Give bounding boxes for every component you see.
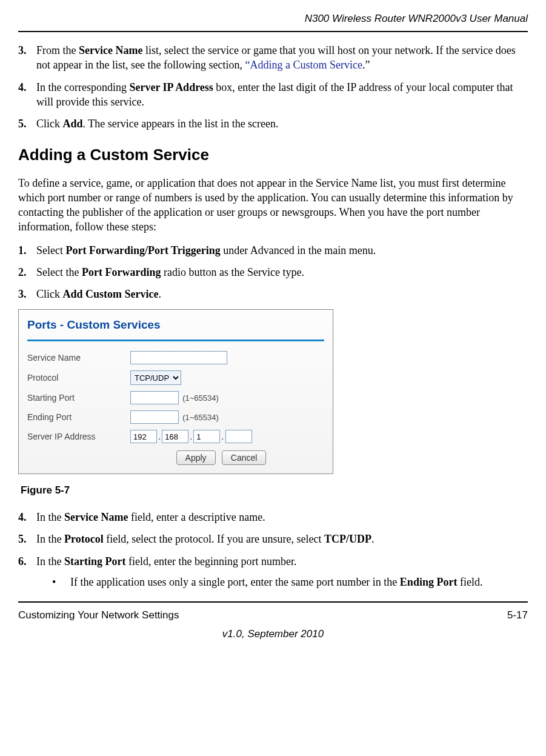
step-number: 3.	[18, 43, 36, 73]
cross-reference-link[interactable]: “Adding a Custom Service	[245, 59, 362, 71]
step-number: 4.	[18, 80, 36, 110]
ip-octet-1-input[interactable]	[130, 430, 157, 443]
row-protocol: Protocol TCP/UDP	[27, 370, 324, 385]
row-server-ip: Server IP Address ...	[27, 430, 324, 443]
step-content: Click Add. The service appears in the li…	[36, 116, 528, 131]
bullet-item: • If the application uses only a single …	[52, 575, 528, 589]
step-content: Click Add Custom Service.	[36, 287, 528, 301]
mid-steps-list: 1. Select Port Forwarding/Port Triggerin…	[18, 243, 528, 302]
protocol-select[interactable]: TCP/UDP	[130, 370, 181, 385]
row-service-name: Service Name	[27, 351, 324, 364]
list-item: 3. Click Add Custom Service.	[18, 287, 528, 301]
step-content-with-sub: In the Starting Port field, enter the be…	[36, 554, 528, 590]
ending-port-input[interactable]	[130, 410, 179, 424]
list-item: 4. In the Service Name field, enter a de…	[18, 510, 528, 524]
ip-octet-2-input[interactable]	[162, 430, 188, 443]
top-steps-list: 3. From the Service Name list, select th…	[18, 43, 528, 131]
label-service-name: Service Name	[27, 352, 130, 364]
label-ending-port: Ending Port	[27, 412, 130, 423]
bold-text: Protocol	[64, 533, 104, 545]
ip-octet-4-input[interactable]	[225, 430, 252, 443]
step-content: In the Protocol field, select the protoc…	[36, 532, 528, 546]
footer-page-number: 5-17	[507, 609, 528, 623]
step-number: 5.	[18, 532, 36, 546]
step-number: 3.	[18, 287, 36, 301]
port-range-hint: (1~65534)	[182, 413, 219, 422]
label-starting-port: Starting Port	[27, 392, 130, 404]
section-intro: To define a service, game, or applicatio…	[18, 176, 528, 235]
section-heading-adding-custom-service: Adding a Custom Service	[18, 144, 528, 166]
bold-text: Service Name	[64, 511, 128, 523]
bold-text: Add	[63, 118, 83, 130]
list-item: 3. From the Service Name list, select th…	[18, 43, 528, 73]
bold-text: TCP/UDP	[324, 533, 371, 545]
footer-rule	[18, 601, 528, 603]
step-content: From the Service Name list, select the s…	[36, 43, 528, 73]
ip-separator: .	[190, 431, 192, 441]
header-rule	[18, 31, 528, 32]
button-row: Apply Cancel	[27, 450, 324, 465]
list-item: 5. In the Protocol field, select the pro…	[18, 532, 528, 546]
page-header-title: N300 Wireless Router WNR2000v3 User Manu…	[18, 12, 528, 26]
list-item: 6. In the Starting Port field, enter the…	[18, 554, 528, 590]
list-item: 2. Select the Port Forwarding radio butt…	[18, 265, 528, 279]
ip-octet-3-input[interactable]	[193, 430, 220, 443]
row-ending-port: Ending Port (1~65534)	[27, 410, 324, 424]
figure-caption: Figure 5-7	[21, 484, 528, 498]
footer-version: v1.0, September 2010	[18, 627, 528, 641]
step-content: Select the Port Forwarding radio button …	[36, 265, 528, 279]
label-protocol: Protocol	[27, 372, 130, 384]
service-name-input[interactable]	[130, 351, 227, 364]
list-item: 1. Select Port Forwarding/Port Triggerin…	[18, 243, 528, 258]
step-content: Select Port Forwarding/Port Triggering u…	[36, 243, 528, 258]
panel-divider	[27, 340, 324, 341]
bold-text: Ending Port	[400, 576, 458, 588]
step-content: In the Starting Port field, enter the be…	[36, 554, 528, 569]
bold-text: Server IP Address	[129, 81, 213, 93]
apply-button[interactable]: Apply	[176, 450, 216, 465]
row-starting-port: Starting Port (1~65534)	[27, 391, 324, 404]
step-number: 5.	[18, 116, 36, 131]
step-number: 4.	[18, 510, 36, 524]
bold-text: Port Forwarding	[82, 266, 161, 278]
list-item: 4. In the corresponding Server IP Addres…	[18, 80, 528, 110]
label-server-ip: Server IP Address	[27, 431, 130, 443]
step-number: 2.	[18, 265, 36, 279]
bold-text: Add Custom Service	[63, 288, 159, 300]
step-number: 6.	[18, 554, 36, 590]
bullet-marker: •	[52, 575, 70, 589]
cancel-button[interactable]: Cancel	[222, 450, 267, 465]
bullet-content: If the application uses only a single po…	[70, 575, 482, 589]
starting-port-input[interactable]	[130, 391, 179, 404]
bottom-steps-list: 4. In the Service Name field, enter a de…	[18, 510, 528, 589]
bold-text: Service Name	[79, 44, 142, 56]
step-content: In the Service Name field, enter a descr…	[36, 510, 528, 524]
ports-custom-services-panel: Ports - Custom Services Service Name Pro…	[18, 309, 333, 475]
step-content: In the corresponding Server IP Address b…	[36, 80, 528, 110]
step-number: 1.	[18, 243, 36, 258]
ip-separator: .	[221, 431, 224, 441]
footer-section-name: Customizing Your Network Settings	[18, 609, 179, 623]
figure-5-7: Ports - Custom Services Service Name Pro…	[18, 309, 528, 498]
list-item: 5. Click Add. The service appears in the…	[18, 116, 528, 131]
footer-row: Customizing Your Network Settings 5-17	[18, 609, 528, 623]
bold-text: Port Forwarding/Port Triggering	[65, 244, 220, 256]
bold-text: Starting Port	[64, 555, 125, 567]
panel-title: Ports - Custom Services	[27, 317, 324, 333]
ip-separator: .	[158, 431, 161, 441]
port-range-hint: (1~65534)	[182, 393, 219, 403]
